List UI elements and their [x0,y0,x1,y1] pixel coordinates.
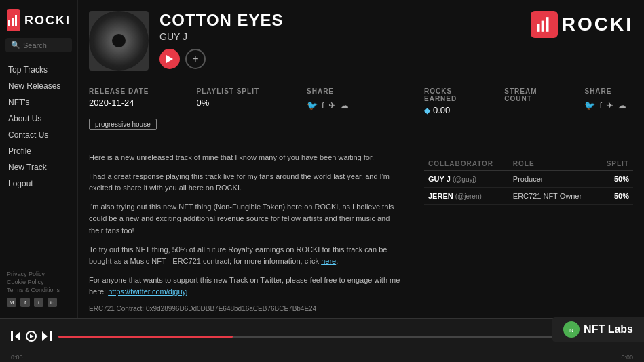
svg-marker-10 [30,334,34,338]
sidebar-nav: Top Tracks New Releases NFT's About Us C… [0,59,77,195]
next-button[interactable] [42,331,52,341]
time-end: 0:00 [621,354,633,361]
main-content: COTTON EYES GUY J + [78,0,644,318]
body-para-1: Here is a new unreleased track of mine t… [89,152,402,164]
collab-handle: (@jeren) [455,193,482,200]
social-icon-4[interactable]: in [48,298,57,307]
track-info: COTTON EYES GUY J + [159,11,284,69]
social-icons: M f t in [7,298,71,307]
sidebar-item-contact-us[interactable]: Contact Us [0,127,77,143]
search-input[interactable] [23,41,67,49]
sidebar-item-top-tracks[interactable]: Top Tracks [0,62,77,78]
here-link[interactable]: here [321,257,336,265]
add-button[interactable]: + [185,49,206,69]
svg-text:N: N [569,327,573,334]
sidebar-logo: ROCKI [0,5,77,38]
social-icon-3[interactable]: t [34,298,43,307]
playlist-split-value: 0% [197,98,260,108]
release-date-group: RELEASE DATE 2020-11-24 [89,87,149,110]
sidebar-item-new-track[interactable]: New Track [0,159,77,176]
terms-link[interactable]: Terms & Conditions [7,287,71,294]
cookie-policy-link[interactable]: Cookie Policy [7,279,71,285]
player-play-button[interactable] [26,331,37,342]
time-start: 0:00 [11,354,23,361]
collab-role-cell: Producer [509,171,598,188]
collab-handle: (@guyj) [453,176,476,183]
meta-row: RELEASE DATE 2020-11-24 PLAYLIST SPLIT 0… [89,87,402,110]
svg-marker-11 [42,331,48,341]
sidebar-item-profile[interactable]: Profile [0,143,77,159]
share-icons-right: 🐦 f ✈ ☁ [584,100,626,110]
track-actions: + [159,49,284,69]
logo-icon [7,9,20,31]
footer-links: Privacy Policy Cookie Policy Terms & Con… [7,270,71,294]
album-art [89,11,149,71]
rocki-logo-right: ROCKI [531,11,633,38]
sidebar-footer: Privacy Policy Cookie Policy Terms & Con… [0,265,77,313]
contract-text: ERC721 Contract: 0x9d28996D6Dd0DBB7E648b… [89,305,402,313]
facebook-share-icon-right[interactable]: f [599,100,602,110]
player-bar: 🔊 🔊 N NFT Labs [0,319,644,354]
rocks-earned-value: ◆ 0.00 [424,105,457,115]
share-group-left: SHARE 🐦 f ✈ ☁ [307,87,349,110]
player-progress-area [58,336,556,338]
svg-rect-4 [537,24,539,32]
telegram-share-icon-right[interactable]: ✈ [606,100,613,110]
body-para-4: To try out this NFT thing, 50% of all fu… [89,244,402,268]
sidebar-item-about-us[interactable]: About Us [0,110,77,127]
twitter-share-icon[interactable]: 🐦 [307,100,318,110]
content-right: COLLABORATOR ROLE SPLIT GUY J (@guyj) Pr… [413,144,644,318]
collab-header-role: ROLE [509,157,598,171]
social-icon-2[interactable]: f [20,298,30,307]
playlist-split-group: PLAYLIST SPLIT 0% [197,87,260,110]
sidebar-item-new-releases[interactable]: New Releases [0,78,77,94]
meta-left: RELEASE DATE 2020-11-24 PLAYLIST SPLIT 0… [78,79,413,138]
sidebar: ROCKI 🔍 Top Tracks New Releases NFT's Ab… [0,0,78,318]
soundcloud-share-icon[interactable]: ☁ [340,100,349,110]
time-labels: 0:00 0:00 [0,354,644,362]
svg-rect-0 [8,20,10,26]
sidebar-item-logout[interactable]: Logout [0,176,77,192]
sidebar-item-nfts[interactable]: NFT's [0,94,77,110]
diamond-icon: ◆ [424,106,430,115]
nft-icon: N [563,321,580,338]
collaborators-table: COLLABORATOR ROLE SPLIT GUY J (@guyj) Pr… [424,157,633,205]
search-bar[interactable]: 🔍 [5,38,72,52]
genre-tag[interactable]: progressive house [89,119,157,130]
progress-bar[interactable] [58,336,556,338]
social-icon-1[interactable]: M [7,298,16,307]
content-left: Here is a new unreleased track of mine t… [78,144,413,318]
logo-text: ROCKI [24,14,71,28]
twitter-link[interactable]: https://twitter.com/djguyj [108,287,187,296]
bottom-player: 🔊 🔊 N NFT Labs 0:00 0:00 [0,318,644,362]
body-content: Here is a new unreleased track of mine t… [78,144,644,318]
telegram-share-icon[interactable]: ✈ [328,100,336,110]
svg-rect-8 [11,331,13,341]
track-title: COTTON EYES [159,11,284,30]
rocki-logo-icon-right [531,11,558,38]
play-button[interactable] [159,49,180,69]
share-group-right: SHARE 🐦 f ✈ ☁ [584,87,626,115]
release-date-value: 2020-11-24 [89,98,149,108]
stats-row: ROCKS EARNED ◆ 0.00 STREAM COUNT SHARE [424,87,633,115]
soundcloud-share-icon-right[interactable]: ☁ [618,100,626,110]
release-date-label: RELEASE DATE [89,87,149,95]
body-para-5: For anyone that wants to support this ne… [89,275,402,298]
body-para-2: I had a great response playing this trac… [89,171,402,195]
collab-role-cell: ERC721 NFT Owner [509,188,598,205]
collab-name: GUY J [428,175,451,183]
track-header-left: COTTON EYES GUY J + [89,11,284,71]
rocki-text-right: ROCKI [562,14,633,35]
table-row: GUY J (@guyj) Producer 50% [424,171,633,188]
collab-name-cell: JEREN (@jeren) [424,188,509,205]
svg-rect-12 [50,331,52,341]
nft-labs-text: NFT Labs [584,323,633,336]
twitter-share-icon-right[interactable]: 🐦 [584,100,595,110]
facebook-share-icon[interactable]: f [322,100,324,110]
collab-name: JEREN [428,192,453,200]
privacy-policy-link[interactable]: Privacy Policy [7,270,71,277]
rocks-earned-label: ROCKS EARNED [424,87,457,102]
table-row: JEREN (@jeren) ERC721 NFT Owner 50% [424,188,633,205]
prev-button[interactable] [11,331,20,341]
collab-header-name: COLLABORATOR [424,157,509,171]
